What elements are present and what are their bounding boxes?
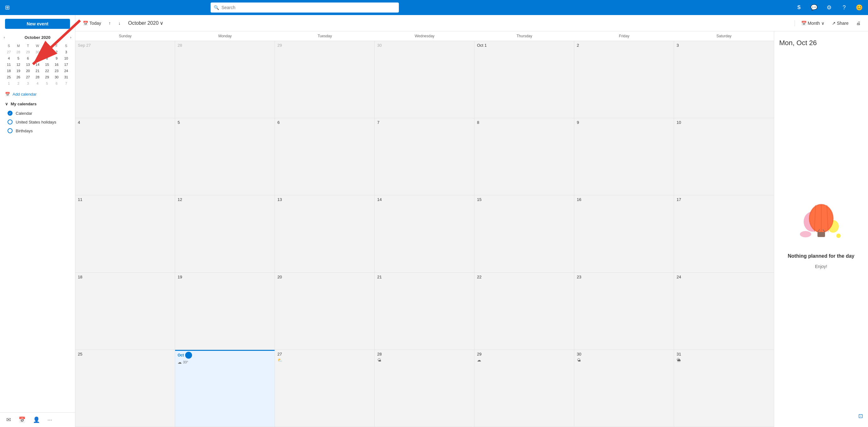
mini-cal-day[interactable]: 30 bbox=[33, 49, 42, 55]
mini-cal-day[interactable]: 16 bbox=[52, 62, 61, 67]
expand-icon[interactable]: ⊡ bbox=[858, 413, 863, 420]
mini-cal-day[interactable]: 29 bbox=[43, 74, 52, 80]
calendar-cell[interactable]: 9 bbox=[574, 118, 674, 195]
calendar-cell[interactable]: 17 bbox=[674, 195, 774, 272]
my-calendars-header[interactable]: ∨ My calendars bbox=[0, 99, 75, 109]
mini-cal-day[interactable]: 29 bbox=[24, 49, 32, 55]
mini-cal-prev[interactable]: ‹ bbox=[4, 36, 5, 39]
mini-cal-day[interactable]: 7 bbox=[33, 56, 42, 61]
calendar-cell[interactable]: 5 bbox=[175, 118, 275, 195]
calendar-cell[interactable]: 18 bbox=[75, 273, 175, 350]
settings-icon[interactable]: ⚙ bbox=[824, 2, 834, 12]
calendar-cell[interactable]: 6 bbox=[275, 118, 375, 195]
nav-people-icon[interactable]: 👤 bbox=[32, 415, 41, 425]
calendar-cell[interactable]: Oct26☁33° bbox=[175, 350, 275, 427]
calendar-cell[interactable]: 11 bbox=[75, 195, 175, 272]
calendar-cell[interactable]: 3 bbox=[674, 41, 774, 118]
mini-cal-day[interactable]: 1 bbox=[43, 49, 52, 55]
print-button[interactable]: 🖨 bbox=[854, 20, 863, 27]
mini-cal-day[interactable]: 27 bbox=[24, 74, 32, 80]
mini-cal-day[interactable]: 14 bbox=[33, 62, 42, 67]
share-button[interactable]: ↗ Share bbox=[829, 20, 851, 27]
mini-cal-day[interactable]: 2 bbox=[14, 80, 23, 86]
calendar-cell[interactable]: 27⛅ bbox=[275, 350, 375, 427]
calendar-item[interactable]: United States holidays bbox=[0, 118, 75, 126]
calendar-cell[interactable]: 21 bbox=[375, 273, 474, 350]
nav-more-icon[interactable]: ··· bbox=[46, 416, 53, 425]
mini-cal-day[interactable]: 13 bbox=[24, 62, 32, 67]
calendar-cell[interactable]: 29☁ bbox=[474, 350, 574, 427]
mini-cal-day[interactable]: 4 bbox=[33, 80, 42, 86]
month-selector[interactable]: October 2020 ∨ bbox=[126, 19, 166, 27]
mini-cal-day[interactable]: 20 bbox=[24, 68, 32, 74]
new-event-button[interactable]: New event bbox=[5, 19, 70, 29]
apps-icon[interactable]: ⊞ bbox=[4, 3, 11, 12]
calendar-cell[interactable]: 4 bbox=[75, 118, 175, 195]
mini-cal-day[interactable]: 21 bbox=[33, 68, 42, 74]
mini-cal-day[interactable]: 27 bbox=[4, 49, 13, 55]
calendar-cell[interactable]: 13 bbox=[275, 195, 375, 272]
nav-mail-icon[interactable]: ✉ bbox=[5, 415, 12, 425]
mini-cal-day[interactable]: 15 bbox=[43, 62, 52, 67]
next-button[interactable]: ↓ bbox=[116, 20, 123, 27]
mini-cal-day[interactable]: 6 bbox=[24, 56, 32, 61]
calendar-cell[interactable]: 19 bbox=[175, 273, 275, 350]
calendar-cell[interactable]: 25 bbox=[75, 350, 175, 427]
calendar-cell[interactable]: 30 bbox=[375, 41, 474, 118]
today-button[interactable]: 📅 Today bbox=[80, 20, 103, 27]
calendar-cell[interactable]: 14 bbox=[375, 195, 474, 272]
calendar-item[interactable]: Birthdays bbox=[0, 126, 75, 135]
calendar-cell[interactable]: 15 bbox=[474, 195, 574, 272]
calendar-cell[interactable]: 31🌦 bbox=[674, 350, 774, 427]
mini-cal-next[interactable]: › bbox=[70, 36, 71, 39]
mini-cal-day[interactable]: 10 bbox=[62, 56, 71, 61]
calendar-cell[interactable]: Oct 1 bbox=[474, 41, 574, 118]
calendar-cell[interactable]: 10 bbox=[674, 118, 774, 195]
nav-calendar-icon[interactable]: 📅 bbox=[17, 415, 27, 425]
mini-cal-day[interactable]: 28 bbox=[14, 49, 23, 55]
mini-cal-day[interactable]: 11 bbox=[4, 62, 13, 67]
mini-cal-day[interactable]: 23 bbox=[52, 68, 61, 74]
calendar-cell[interactable]: 24 bbox=[674, 273, 774, 350]
mini-cal-day[interactable]: 3 bbox=[24, 80, 32, 86]
mini-cal-day[interactable]: 3 bbox=[62, 49, 71, 55]
mini-cal-day[interactable]: 12 bbox=[14, 62, 23, 67]
mini-cal-day[interactable]: 24 bbox=[62, 68, 71, 74]
feedback-icon[interactable]: 💬 bbox=[809, 2, 819, 12]
mini-cal-day[interactable]: 9 bbox=[52, 56, 61, 61]
calendar-cell[interactable]: 28 bbox=[175, 41, 275, 118]
mini-cal-day[interactable]: 28 bbox=[33, 74, 42, 80]
mini-cal-day[interactable]: 5 bbox=[43, 80, 52, 86]
calendar-cell[interactable]: 30🌤 bbox=[574, 350, 674, 427]
calendar-cell[interactable]: Sep 27 bbox=[75, 41, 175, 118]
calendar-cell[interactable]: 16 bbox=[574, 195, 674, 272]
calendar-cell[interactable]: 12 bbox=[175, 195, 275, 272]
mini-cal-day[interactable]: 31 bbox=[62, 74, 71, 80]
search-input[interactable] bbox=[222, 5, 396, 10]
mini-cal-day[interactable]: 26 bbox=[14, 74, 23, 80]
help-icon[interactable]: ? bbox=[839, 2, 849, 12]
mini-cal-day[interactable]: 25 bbox=[4, 74, 13, 80]
calendar-item[interactable]: ✓Calendar bbox=[0, 109, 75, 118]
mini-cal-day[interactable]: 30 bbox=[52, 74, 61, 80]
add-calendar-button[interactable]: 📅 Add calendar bbox=[0, 89, 75, 99]
mini-cal-day[interactable]: 6 bbox=[52, 80, 61, 86]
mini-cal-day[interactable]: 8 bbox=[43, 56, 52, 61]
skype-icon[interactable]: S bbox=[794, 2, 804, 12]
calendar-cell[interactable]: 20 bbox=[275, 273, 375, 350]
calendar-cell[interactable]: 22 bbox=[474, 273, 574, 350]
calendar-cell[interactable]: 23 bbox=[574, 273, 674, 350]
mini-cal-day[interactable]: 4 bbox=[4, 56, 13, 61]
mini-cal-day[interactable]: 1 bbox=[4, 80, 13, 86]
mini-cal-day[interactable]: 7 bbox=[62, 80, 71, 86]
mini-cal-day[interactable]: 19 bbox=[14, 68, 23, 74]
mini-cal-day[interactable]: 2 bbox=[52, 49, 61, 55]
account-icon[interactable]: 😊 bbox=[854, 2, 864, 12]
mini-cal-day[interactable]: 17 bbox=[62, 62, 71, 67]
mini-cal-day[interactable]: 5 bbox=[14, 56, 23, 61]
calendar-cell[interactable]: 7 bbox=[375, 118, 474, 195]
prev-button[interactable]: ↑ bbox=[106, 20, 113, 27]
calendar-cell[interactable]: 28🌤 bbox=[375, 350, 474, 427]
mini-cal-day[interactable]: 22 bbox=[43, 68, 52, 74]
calendar-cell[interactable]: 2 bbox=[574, 41, 674, 118]
